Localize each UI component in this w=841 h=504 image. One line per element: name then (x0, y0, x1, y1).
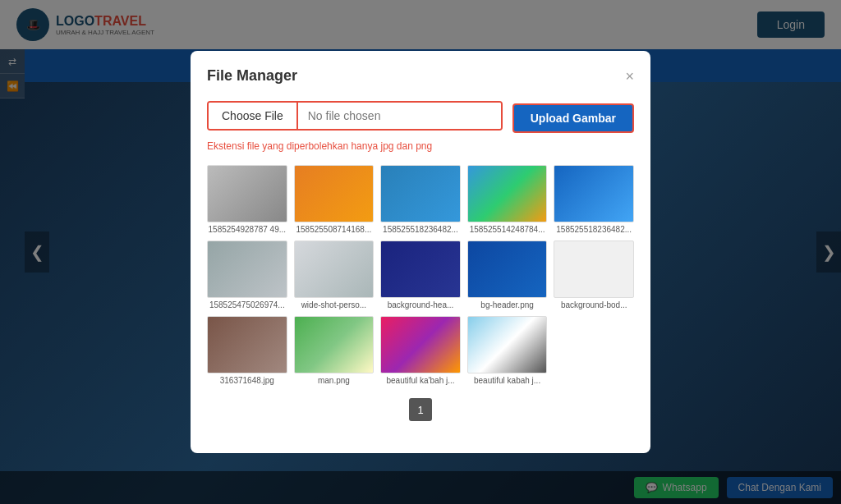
choose-file-button[interactable]: Choose File (209, 103, 298, 129)
image-item[interactable]: 158525475026974... (207, 241, 287, 309)
image-label: 158525518236482... (554, 225, 634, 234)
file-input-group: Choose File (207, 101, 503, 131)
image-label: 158525514248784... (467, 225, 548, 234)
image-label: background-hea... (380, 300, 461, 309)
upload-button[interactable]: Upload Gambar (512, 103, 634, 133)
image-label: man.png (294, 376, 375, 385)
image-label: 158525518236482... (380, 225, 461, 234)
modal-close-button[interactable]: × (625, 69, 634, 84)
page-1-button[interactable]: 1 (409, 398, 432, 421)
modal-header: File Manager × (207, 67, 634, 85)
image-item[interactable]: 158525518236482... (554, 165, 634, 234)
pagination: 1 (207, 398, 634, 421)
image-item[interactable]: beautiful kabah j... (467, 316, 548, 385)
image-item[interactable]: 1585254928787 49... (207, 165, 287, 234)
image-grid: 1585254928787 49...158525508714168...158… (207, 165, 634, 385)
image-item[interactable]: 316371648.jpg (207, 316, 287, 385)
image-label: 158525475026974... (207, 300, 287, 309)
image-label: 316371648.jpg (207, 376, 287, 385)
image-label: bg-header.png (467, 300, 548, 309)
image-label: beautiful ka'bah j... (380, 376, 461, 385)
image-label: 1585254928787 49... (207, 225, 287, 234)
image-item[interactable]: background-bod... (554, 241, 634, 309)
image-item[interactable]: background-hea... (380, 241, 461, 309)
image-item[interactable]: man.png (294, 316, 375, 385)
modal-title: File Manager (207, 67, 297, 85)
image-item[interactable]: wide-shot-perso... (294, 241, 375, 309)
image-label: 158525508714168... (294, 225, 375, 234)
file-manager-modal: File Manager × Choose File Upload Gambar… (191, 51, 650, 453)
image-item[interactable]: beautiful ka'bah j... (380, 316, 461, 385)
file-upload-area: Choose File Upload Gambar (207, 101, 634, 135)
image-label: beautiful kabah j... (467, 376, 548, 385)
image-item[interactable]: 158525508714168... (294, 165, 375, 234)
file-name-display[interactable] (298, 103, 501, 129)
image-item[interactable]: 158525518236482... (380, 165, 461, 234)
file-hint: Ekstensi file yang diperbolehkan hanya j… (207, 140, 634, 152)
image-item[interactable]: bg-header.png (467, 241, 548, 309)
image-item[interactable]: 158525514248784... (467, 165, 548, 234)
image-label: background-bod... (554, 300, 634, 309)
image-label: wide-shot-perso... (294, 300, 375, 309)
